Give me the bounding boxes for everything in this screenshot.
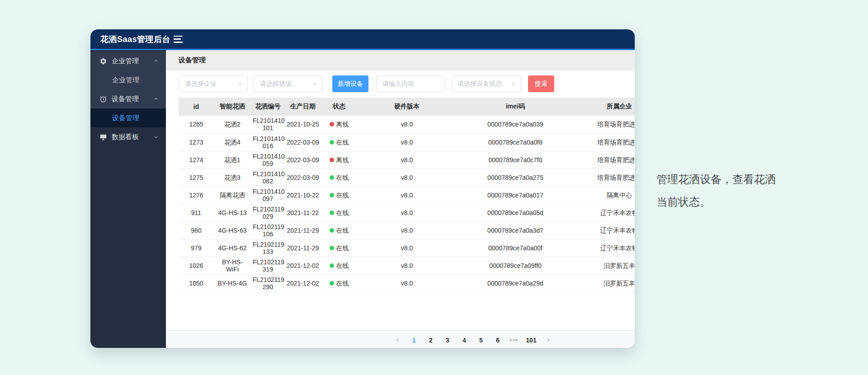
cell-hardware-version: v8.0 [357, 239, 457, 257]
pagination-ellipsis[interactable]: ··· [509, 334, 521, 346]
keyword-input-placeholder: 请输入内容 [382, 80, 440, 88]
col-header-status: 状态 [321, 98, 357, 116]
add-device-button[interactable]: 新增设备 [332, 75, 368, 92]
cell-status: 离线 [321, 116, 357, 133]
cell-hardware-version: v8.0 [357, 133, 457, 151]
cell-hardware-version: v8.0 [357, 186, 457, 204]
page-title: 设备管理 [166, 50, 635, 70]
table-header-row: id 智能花洒 花洒编号 生产日期 状态 硬件版本 imei码 所属企业 [179, 98, 635, 116]
status-dot [330, 122, 334, 127]
cell-production-date: 2021-10-22 [285, 186, 321, 204]
status-label: 在线 [336, 174, 349, 181]
cell-status: 在线 [321, 274, 357, 292]
sidebar-subitem-enterprise-management[interactable]: 企业管理 [90, 70, 166, 89]
page-number-2[interactable]: 2 [425, 334, 437, 346]
status-label: 在线 [336, 262, 349, 269]
col-header-company: 所属企业 [574, 98, 635, 116]
col-header-device-name: 智能花洒 [214, 98, 251, 116]
annotation-line: 当前状态。 [656, 191, 776, 213]
cell-company: 辽宁禾丰农牧 [574, 239, 635, 257]
sidebar-item-enterprise-management[interactable]: 企业管理 [90, 52, 166, 70]
table-row: 1050 BY-HS-4G FL2102119 290 2021-12-02 在… [179, 274, 635, 292]
status-dot [330, 281, 334, 286]
prev-page-icon[interactable] [392, 334, 404, 346]
status-label: 在线 [336, 192, 349, 199]
cell-id: 1265 [179, 116, 214, 133]
table-row: 979 4G-HS-62 FL2102119 133 2021-11-29 在线… [179, 239, 635, 257]
cell-status: 在线 [321, 239, 357, 257]
device-table: id 智能花洒 花洒编号 生产日期 状态 硬件版本 imei码 所属企业 126… [179, 98, 635, 292]
status-dot [330, 228, 334, 233]
cell-company: 汨罗新五丰 [574, 274, 635, 292]
table-row: 1273 花洒4 FL2101410 016 2022-03-09 在线 v8.… [179, 133, 635, 151]
cell-imei: 0000789ce7a0c7f0 [457, 151, 574, 169]
sidebar-subitem-label: 设备管理 [112, 114, 139, 122]
cell-device-code: FL2102119 106 [251, 221, 285, 239]
sidebar-group-device: 设备管理 设备管理 [90, 89, 166, 127]
cell-id: 1026 [179, 257, 214, 274]
cell-device-code: FL2102119 319 [251, 257, 285, 274]
cell-hardware-version: v8.0 [357, 204, 457, 221]
table-row: 1276 隔离花洒 FL2101410 097 2021-10-22 在线 v8… [179, 186, 635, 204]
sidebar-subitem-device-management[interactable]: 设备管理 [90, 108, 166, 127]
status-dot [330, 211, 334, 215]
cell-status: 离线 [321, 151, 357, 169]
admin-window: 花洒Saas管理后台 企业管理 企业管理 [90, 29, 635, 348]
sidebar-item-label: 企业管理 [112, 57, 153, 66]
page-number-4[interactable]: 4 [458, 334, 471, 346]
cell-status: 在线 [321, 221, 357, 239]
sidebar-item-data-dashboard[interactable]: 数据看板 [90, 127, 166, 146]
cell-device-name: BY-HS-4G [214, 274, 251, 292]
col-header-hardware-version: 硬件版本 [357, 98, 457, 116]
table-row: 1275 花洒3 FL2101410 082 2022-03-09 在线 v8.… [179, 169, 635, 186]
page-number-1[interactable]: 1 [408, 334, 420, 346]
page-number-6[interactable]: 6 [492, 334, 504, 346]
cell-device-name: 4G-HS-63 [214, 221, 251, 239]
status-dot [330, 140, 334, 145]
chevron-down-icon [312, 81, 318, 87]
status-label: 在线 [336, 209, 349, 216]
device-status-select[interactable]: 请选择设备状态 [451, 75, 521, 92]
next-page-icon[interactable] [542, 334, 554, 346]
table-row: 1274 花洒1 FL2101410 059 2022-03-09 离线 v8.… [179, 151, 635, 169]
farm-select-placeholder: 请选择猪场 [260, 80, 312, 88]
cell-id: 1050 [179, 274, 214, 292]
cell-company: 培育场育肥进栏 [574, 169, 635, 186]
sidebar-group-enterprise: 企业管理 企业管理 [90, 52, 166, 89]
page-number-5[interactable]: 5 [475, 334, 487, 346]
cell-device-code: FL2101410 097 [251, 186, 285, 204]
search-button[interactable]: 搜索 [528, 75, 554, 92]
farm-select[interactable]: 请选择猪场 [254, 75, 323, 92]
cell-device-code: FL2102119 290 [251, 274, 285, 292]
col-header-imei: imei码 [457, 98, 574, 116]
cell-id: 980 [179, 221, 214, 239]
cell-device-code: FL2102119 133 [251, 239, 285, 257]
cell-production-date: 2021-12-02 [285, 257, 321, 274]
enterprise-select[interactable]: 请选择企业 [179, 75, 248, 92]
cell-id: 1273 [179, 133, 214, 151]
cell-id: 911 [179, 204, 214, 221]
cell-company: 培育场育肥进栏 [574, 116, 635, 133]
cell-device-name: 花洒1 [214, 151, 251, 169]
device-status-select-placeholder: 请选择设备状态 [458, 80, 510, 88]
cell-imei: 0000789ce7a0a29d [457, 274, 574, 292]
keyword-input[interactable]: 请输入内容 [376, 75, 445, 92]
cell-production-date: 2021-10-25 [285, 116, 321, 133]
cell-imei: 0000789ce7a0a00f [457, 239, 574, 257]
cell-device-name: 4G-HS-62 [214, 239, 251, 257]
sidebar-item-device-management[interactable]: 设备管理 [90, 89, 166, 108]
cell-hardware-version: v8.0 [357, 274, 457, 292]
cell-id: 1274 [179, 151, 214, 169]
cell-imei: 0000789ce7a0a3d7 [457, 221, 574, 239]
page-number-3[interactable]: 3 [442, 334, 454, 346]
status-label: 离线 [336, 156, 349, 164]
cell-production-date: 2021-11-22 [285, 204, 321, 221]
chevron-down-icon [510, 81, 516, 87]
sidebar-subitem-label: 企业管理 [112, 76, 139, 84]
cell-production-date: 2021-12-02 [285, 274, 321, 292]
enterprise-select-placeholder: 请选择企业 [185, 80, 237, 88]
table-row: 1026 BY-HS-WiFi FL2102119 319 2021-12-02… [179, 257, 635, 274]
sidebar-toggle-icon[interactable] [174, 36, 183, 43]
col-header-production-date: 生产日期 [285, 98, 321, 116]
page-number-last[interactable]: 101 [525, 334, 538, 346]
